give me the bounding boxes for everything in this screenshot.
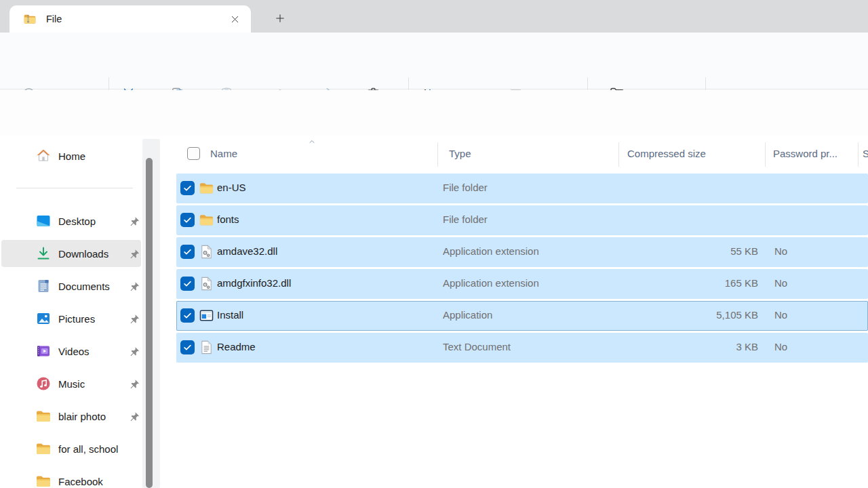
row-checkbox-checked[interactable] xyxy=(180,277,195,291)
check-icon xyxy=(182,215,193,225)
select-all-checkbox[interactable] xyxy=(187,147,200,160)
pin-icon xyxy=(129,216,140,227)
file-row-install[interactable]: Install Application 5,105 KB No xyxy=(176,301,868,331)
navigation-pane: Home Desktop Downloads Documents Picture… xyxy=(0,136,142,488)
row-checkbox-checked[interactable] xyxy=(180,213,195,227)
column-divider[interactable] xyxy=(437,142,438,167)
file-name: Readme xyxy=(217,341,256,352)
dll-file-icon xyxy=(199,244,214,260)
folder-icon xyxy=(199,212,214,228)
tab-title: File xyxy=(46,14,225,24)
file-row-en-us[interactable]: en-US File folder xyxy=(176,174,868,203)
sidebar-item-videos[interactable]: Videos xyxy=(1,338,141,365)
column-header-password-protected[interactable]: Password pr... xyxy=(773,148,837,159)
file-compressed-size: 165 KB xyxy=(636,277,758,289)
pin-icon xyxy=(129,346,140,357)
file-compressed-size: 3 KB xyxy=(636,341,758,352)
file-type: Application extension xyxy=(443,245,539,257)
scrollbar-thumb[interactable] xyxy=(146,158,153,488)
new-tab-button[interactable] xyxy=(270,8,290,28)
sidebar-item-facebook[interactable]: Facebook xyxy=(1,468,141,488)
sidebar-item-home[interactable]: Home xyxy=(1,142,141,169)
sidebar-item-desktop[interactable]: Desktop xyxy=(1,207,141,235)
file-name: fonts xyxy=(217,214,239,225)
column-header-name[interactable]: Name xyxy=(210,148,237,159)
navigation-row: Downloads File xyxy=(0,90,868,136)
column-divider[interactable] xyxy=(858,142,859,167)
tab-close-button[interactable] xyxy=(225,9,244,28)
music-icon xyxy=(35,375,52,392)
file-row-fonts[interactable]: fonts File folder xyxy=(176,205,868,235)
application-icon xyxy=(199,308,214,323)
column-header-size[interactable]: S xyxy=(863,148,868,159)
file-row-readme[interactable]: Readme Text Document 3 KB No xyxy=(176,333,868,363)
file-list-header: Name Type Compressed size Password pr...… xyxy=(176,136,868,171)
row-checkbox-checked[interactable] xyxy=(180,340,195,354)
file-row-amdave32[interactable]: amdave32.dll Application extension 55 KB… xyxy=(176,237,868,267)
zip-folder-icon xyxy=(23,12,37,26)
desktop-icon xyxy=(35,213,52,229)
sidebar-item-for-all-school[interactable]: for all, school xyxy=(1,435,141,462)
file-row-amdgfxinfo32[interactable]: amdgfxinfo32.dll Application extension 1… xyxy=(176,269,868,299)
check-icon xyxy=(182,310,193,321)
tab-strip: File xyxy=(0,0,868,33)
check-icon xyxy=(182,342,193,352)
column-divider[interactable] xyxy=(765,142,766,167)
sidebar-item-label: Pictures xyxy=(58,313,95,325)
content-area: Home Desktop Downloads Documents Picture… xyxy=(0,136,868,488)
sidebar-divider xyxy=(16,188,133,188)
folder-icon xyxy=(35,441,52,457)
pictures-icon xyxy=(35,310,52,327)
row-checkbox-checked[interactable] xyxy=(180,181,195,195)
sidebar-item-documents[interactable]: Documents xyxy=(1,272,141,300)
home-icon xyxy=(35,148,52,164)
column-divider[interactable] xyxy=(618,142,619,167)
row-checkbox-checked[interactable] xyxy=(180,245,195,259)
sidebar-item-label: Downloads xyxy=(58,248,108,260)
documents-icon xyxy=(35,278,52,294)
sidebar-item-pictures[interactable]: Pictures xyxy=(1,305,141,332)
pin-icon xyxy=(129,411,140,422)
column-header-type[interactable]: Type xyxy=(449,148,471,159)
check-icon xyxy=(182,279,193,289)
row-checkbox-checked[interactable] xyxy=(180,308,195,323)
file-name: amdave32.dll xyxy=(217,245,277,257)
text-file-icon xyxy=(199,340,214,355)
file-name: en-US xyxy=(217,182,246,193)
sidebar-item-blair-photo[interactable]: blair photo xyxy=(1,403,141,430)
downloads-icon xyxy=(35,245,52,262)
file-compressed-size: 5,105 KB xyxy=(636,309,758,321)
pin-icon xyxy=(129,248,140,260)
file-password-protected: No xyxy=(774,245,787,257)
column-header-compressed-size[interactable]: Compressed size xyxy=(627,148,706,159)
command-bar: New Sort View xyxy=(0,33,868,89)
file-type: Text Document xyxy=(443,341,511,352)
file-type: File folder xyxy=(443,214,488,225)
file-type: Application xyxy=(443,309,492,321)
sidebar-item-label: Facebook xyxy=(58,476,103,487)
sidebar-item-music[interactable]: Music xyxy=(1,370,141,397)
tab-file[interactable]: File xyxy=(9,5,251,33)
sort-ascending-icon xyxy=(307,138,317,146)
sidebar-item-label: Desktop xyxy=(58,216,96,227)
pin-icon xyxy=(129,281,140,292)
dll-file-icon xyxy=(199,276,214,291)
check-icon xyxy=(182,183,193,193)
file-name: Install xyxy=(217,309,243,321)
file-password-protected: No xyxy=(774,309,787,321)
file-type: File folder xyxy=(443,182,488,193)
folder-icon xyxy=(35,408,52,424)
plus-icon xyxy=(274,12,286,24)
folder-icon xyxy=(199,180,214,196)
check-icon xyxy=(182,247,193,257)
sidebar-item-label: Documents xyxy=(58,281,110,292)
pin-icon xyxy=(129,378,140,390)
file-name: amdgfxinfo32.dll xyxy=(217,277,291,289)
sidebar-item-downloads[interactable]: Downloads xyxy=(1,240,141,267)
file-password-protected: No xyxy=(774,277,787,289)
sidebar-item-label: blair photo xyxy=(58,411,106,422)
sidebar-item-label: Music xyxy=(58,378,85,390)
file-compressed-size: 55 KB xyxy=(636,245,758,257)
sidebar-scrollbar[interactable] xyxy=(142,139,160,488)
file-type: Application extension xyxy=(443,277,539,289)
